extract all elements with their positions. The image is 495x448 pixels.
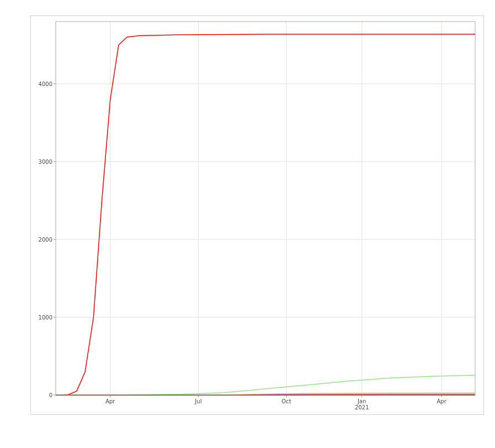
chart-area: 01000200030004000AprJulOctJan2021Apr <box>30 15 484 415</box>
svg-text:2000: 2000 <box>39 237 52 243</box>
chart-svg: 01000200030004000AprJulOctJan2021Apr <box>31 16 483 414</box>
chart-title <box>0 0 495 6</box>
svg-text:Apr: Apr <box>105 398 115 404</box>
svg-text:4000: 4000 <box>39 81 52 87</box>
svg-text:1000: 1000 <box>39 314 52 321</box>
series-line <box>56 34 475 395</box>
svg-text:3000: 3000 <box>39 159 52 165</box>
svg-text:Oct: Oct <box>281 398 291 404</box>
svg-text:2021: 2021 <box>355 404 369 410</box>
series-line <box>56 375 475 395</box>
svg-rect-31 <box>56 22 475 395</box>
chart-container: Anhui_DeathBeijing_DeathChongqing_DeathF… <box>0 0 495 448</box>
svg-text:Apr: Apr <box>437 398 447 404</box>
svg-text:0: 0 <box>49 392 52 398</box>
svg-text:Jan: Jan <box>357 398 366 404</box>
svg-text:Jul: Jul <box>194 398 201 404</box>
